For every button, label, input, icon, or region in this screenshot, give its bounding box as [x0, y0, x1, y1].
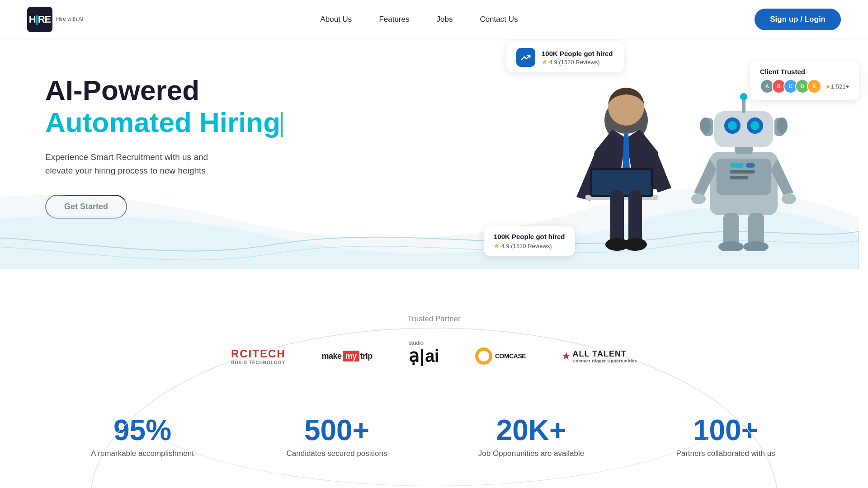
hero-illustration [484, 80, 868, 251]
nav-about-us[interactable]: About Us [320, 15, 352, 24]
card-hired-top: 100K People got hired ★ 4.9 (1520 Review… [506, 42, 624, 72]
logo: H|RE Hire with AI [27, 7, 84, 32]
card-icon [516, 48, 535, 67]
partner-logos-row: RCITECH BUILD TECHNOLOGY makemytrip stud… [231, 337, 637, 384]
nav-features[interactable]: Features [379, 15, 409, 24]
partner-rcitech: RCITECH BUILD TECHNOLOGY [231, 347, 286, 365]
partner-aiai: studio ạ | ai [409, 346, 439, 366]
partner-alltalent: ★ ALL TALENT Connect Bigger Opportunitie… [562, 349, 637, 363]
partner-comcase: COMCASE [475, 347, 526, 365]
nav-contact-us[interactable]: Contact Us [480, 15, 518, 24]
nav-jobs[interactable]: Jobs [436, 15, 453, 24]
svg-rect-5 [610, 190, 624, 244]
card-hired-rating: ★ 4.9 (1520 Reviews) [542, 58, 613, 66]
client-count: 1,521+ [831, 83, 849, 90]
svg-rect-14 [730, 176, 748, 179]
svg-point-20 [750, 121, 760, 130]
card-bottom-title: 100K People got hired [494, 233, 565, 240]
svg-point-8 [623, 238, 647, 251]
svg-rect-6 [628, 190, 642, 244]
nav-links: About Us Features Jobs Contact Us [320, 15, 518, 24]
hero-section: AI-Powered Automated Hiring Experience S… [0, 39, 868, 269]
svg-rect-12 [746, 163, 755, 168]
svg-point-26 [777, 117, 788, 134]
logo-subtitle: Hire with AI [56, 17, 84, 22]
hero-title-black: AI-Powered [45, 75, 294, 106]
man-figure [549, 80, 703, 251]
client-trusted-label: Client Trusted [760, 68, 849, 75]
svg-point-27 [691, 193, 706, 204]
partner-makemytrip: makemytrip [322, 352, 373, 361]
partners-section: Trusted Partner RCITECH BUILD TECHNOLOGY… [0, 296, 868, 384]
robot-figure [685, 89, 802, 251]
svg-point-32 [743, 241, 769, 251]
card-hired-top-content: 100K People got hired ★ 4.9 (1520 Review… [542, 50, 613, 66]
trusted-partner-label: Trusted Partner [407, 314, 460, 324]
card-client-trusted: Client Trusted A B C D E ★ 1,521+ [750, 61, 859, 100]
svg-rect-16 [714, 111, 773, 147]
card-hired-title: 100K People got hired [542, 50, 613, 57]
navbar: H|RE Hire with AI About Us Features Jobs… [0, 0, 868, 39]
svg-rect-4 [592, 170, 651, 195]
svg-point-28 [782, 193, 796, 204]
svg-point-31 [718, 241, 744, 251]
logo-icon: H|RE [27, 7, 52, 32]
avatar-group: A B C D E [760, 79, 821, 94]
client-trusted-content: A B C D E ★ 1,521+ [760, 79, 849, 94]
arc-svg [72, 296, 796, 488]
card-bottom-rating: ★ 4.9 (1520 Reviews) [494, 242, 565, 249]
svg-rect-11 [730, 163, 744, 168]
svg-point-25 [700, 117, 711, 134]
avatar-5: E [807, 79, 821, 94]
svg-rect-13 [730, 170, 755, 174]
card-hired-bottom: 100K People got hired ★ 4.9 (1520 Review… [484, 226, 575, 256]
svg-point-22 [740, 93, 747, 100]
client-stars: ★ [825, 83, 831, 90]
signup-login-button[interactable]: Sign up / Login [755, 9, 841, 30]
svg-point-18 [728, 121, 737, 130]
